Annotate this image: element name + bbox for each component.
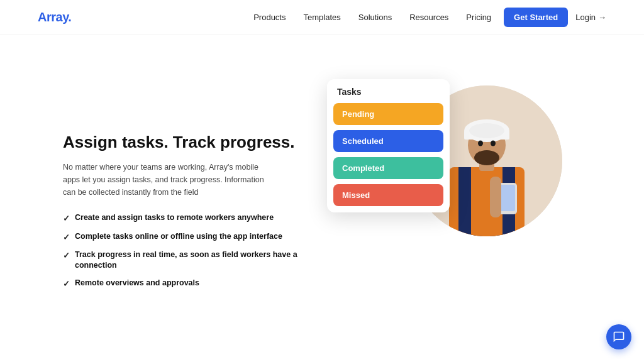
svg-point-12 — [491, 141, 496, 146]
task-completed[interactable]: Completed — [333, 157, 443, 179]
task-pending[interactable]: Pending — [333, 103, 443, 125]
nav-links: Products Templates Solutions Resources P… — [253, 13, 491, 22]
chat-button[interactable] — [606, 324, 631, 349]
subtext: No matter where your teams are working, … — [63, 161, 277, 199]
tasks-card: Tasks Pending Scheduled Completed Missed — [327, 79, 450, 212]
navbar: Array. Products Templates Solutions Reso… — [0, 0, 644, 35]
check-icon-4: ✓ — [63, 278, 70, 290]
svg-rect-15 — [490, 177, 501, 217]
task-scheduled[interactable]: Scheduled — [333, 130, 443, 152]
svg-point-10 — [469, 123, 504, 138]
task-missed[interactable]: Missed — [333, 184, 443, 206]
check-icon-2: ✓ — [63, 232, 70, 243]
nav-pricing[interactable]: Pricing — [466, 13, 491, 22]
nav-resources[interactable]: Resources — [409, 13, 448, 22]
left-panel: Assign tasks. Track progress. No matter … — [63, 133, 314, 290]
headline: Assign tasks. Track progress. — [63, 133, 314, 152]
feature-item-3: ✓ Track progress in real time, as soon a… — [63, 250, 314, 272]
nav-templates[interactable]: Templates — [303, 13, 340, 22]
check-icon-1: ✓ — [63, 213, 70, 224]
login-link[interactable]: Login → — [575, 13, 606, 22]
main-content: Assign tasks. Track progress. No matter … — [0, 35, 644, 362]
check-icon-3: ✓ — [63, 250, 70, 261]
feature-item-2: ✓ Complete tasks online or offline using… — [63, 231, 314, 243]
right-panel: Tasks Pending Scheduled Completed Missed — [314, 60, 581, 362]
get-started-button[interactable]: Get Started — [504, 8, 568, 27]
feature-list: ✓ Create and assign tasks to remote work… — [63, 212, 314, 290]
logo[interactable]: Array. — [38, 10, 71, 25]
tasks-card-title: Tasks — [327, 79, 450, 103]
nav-products[interactable]: Products — [253, 13, 286, 22]
svg-point-7 — [474, 150, 499, 165]
nav-solutions[interactable]: Solutions — [358, 13, 392, 22]
svg-point-11 — [478, 141, 483, 146]
feature-item-1: ✓ Create and assign tasks to remote work… — [63, 212, 314, 224]
feature-item-4: ✓ Remote overviews and approvals — [63, 278, 314, 290]
chat-icon — [613, 331, 625, 343]
